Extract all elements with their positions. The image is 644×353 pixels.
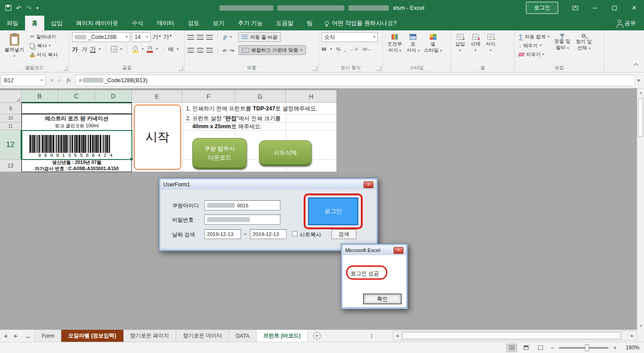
zoom-out-button[interactable]: −	[549, 344, 555, 351]
column-header-F[interactable]: F	[182, 90, 235, 103]
bold-button[interactable]: 가	[72, 46, 78, 52]
copy-button[interactable]: 복사▾	[29, 41, 59, 50]
tab-page-layout[interactable]: 페이지 레이아웃	[69, 16, 125, 30]
tab-formulas[interactable]: 수식	[125, 16, 150, 30]
format-painter-button[interactable]: 서식 복사	[29, 50, 59, 59]
sheet-tab-form[interactable]: Form	[35, 330, 61, 342]
shrink-font-button[interactable]: 가▼	[163, 34, 172, 40]
ribbon-display-options-button[interactable]	[565, 0, 585, 16]
format-cells-button[interactable]: ▪ 서식▾	[484, 32, 497, 52]
page-break-view-button[interactable]	[535, 344, 546, 352]
comma-style-icon[interactable]: ,	[344, 46, 346, 53]
cell-styles-button[interactable]: 셀스타일 ▾	[422, 32, 444, 54]
sheet-copy-checkbox[interactable]	[292, 231, 297, 236]
sort-filter-button[interactable]: 정렬 및필터 ▾	[552, 32, 572, 51]
increase-indent-icon[interactable]: ≡▸	[230, 48, 235, 53]
sheet-scroll-left-icon[interactable]: ◀	[0, 330, 11, 342]
paste-button[interactable]: 붙여넣기 ▾	[3, 32, 26, 58]
font-dialog-launcher[interactable]	[179, 67, 183, 71]
userform-login-button[interactable]: 로그인	[308, 198, 358, 225]
align-middle-icon[interactable]	[197, 35, 203, 40]
column-header-C[interactable]: C	[58, 90, 95, 103]
grow-font-button[interactable]: 가▲	[153, 34, 161, 40]
tab-view[interactable]: 보기	[206, 16, 231, 30]
formula-input[interactable]: = _Code128B(B13)	[75, 75, 633, 86]
conditional-formatting-button[interactable]: 조건부서식 ▾	[386, 32, 404, 54]
insert-function-icon[interactable]: fx	[67, 77, 71, 84]
column-header-G[interactable]: G	[235, 90, 286, 103]
find-select-button[interactable]: 찾기 및선택 ▾	[574, 32, 593, 51]
search-button[interactable]: 검색	[331, 229, 356, 239]
decrease-indent-icon[interactable]: ◂≡	[222, 48, 227, 53]
page-layout-view-button[interactable]	[521, 344, 531, 352]
tab-home[interactable]: 홈	[25, 16, 44, 30]
merge-center-button[interactable]: 병합하고 가운데 맞춤 ▾	[238, 45, 306, 55]
normal-view-button[interactable]	[506, 344, 517, 352]
accounting-format-icon[interactable]: ₩	[322, 46, 326, 52]
underline-button[interactable]: 가	[90, 46, 96, 53]
tab-file[interactable]: 파일	[0, 16, 25, 30]
hscroll-left-icon[interactable]: ◀	[393, 331, 401, 340]
underline-dropdown-icon[interactable]: ▾	[99, 47, 101, 51]
userform-close-button[interactable]: ×	[364, 181, 373, 188]
coupang-download-button[interactable]: 쿠팡 발주서 다운로드	[192, 138, 247, 169]
expand-formula-bar-icon[interactable]: ▾	[633, 77, 644, 84]
row-header-13[interactable]: 13	[0, 160, 21, 172]
name-box[interactable]: B12 ▾	[1, 75, 46, 86]
insert-cells-button[interactable]: + 삽입▾	[453, 32, 467, 52]
vertical-scrollbar[interactable]: ▲ ▼	[637, 88, 644, 330]
align-top-icon[interactable]	[187, 35, 194, 40]
column-header-D[interactable]: D	[95, 90, 132, 103]
fill-button[interactable]: ↓채우기▾	[517, 41, 551, 50]
format-as-table-button[interactable]: 표서식 ▾	[405, 32, 421, 54]
percent-style-icon[interactable]: %	[336, 46, 340, 52]
fill-color-button[interactable]	[132, 46, 139, 53]
row-header-11[interactable]: 11	[0, 122, 21, 130]
cut-button[interactable]: ✂잘라내기	[29, 32, 59, 41]
save-icon[interactable]	[5, 5, 11, 11]
date-to-input[interactable]: 2019-12-13	[250, 229, 287, 239]
vertical-scroll-thumb[interactable]	[638, 98, 643, 137]
number-format-combo[interactable]: 숫자▾	[322, 32, 378, 42]
coupang-id-input[interactable]: 0015	[204, 200, 280, 210]
align-bottom-icon[interactable]	[206, 35, 213, 40]
tab-team[interactable]: 팀	[300, 16, 319, 30]
row-header-10[interactable]: 10	[0, 114, 21, 122]
delete-sheet-button[interactable]: 시트삭제	[259, 140, 312, 166]
tab-review[interactable]: 검토	[181, 16, 206, 30]
sheet-scroll-right-icon[interactable]: ▶	[11, 330, 21, 342]
clipboard-dialog-launcher[interactable]	[64, 67, 68, 71]
alignment-dialog-launcher[interactable]	[313, 67, 317, 71]
delete-cells-button[interactable]: × 삭제▾	[469, 32, 482, 52]
tabbar-dots-icon[interactable]: ⋮	[366, 330, 377, 342]
zoom-in-button[interactable]: +	[612, 344, 618, 351]
align-left-icon[interactable]	[187, 48, 194, 53]
align-right-icon[interactable]	[206, 48, 213, 53]
date-from-input[interactable]: 2019-12-13	[204, 229, 241, 239]
collapse-ribbon-icon[interactable]	[633, 63, 638, 68]
sheet-tab-fragrant-page[interactable]: 향기로운 페이지	[123, 330, 176, 342]
font-size-combo[interactable]: 14▾	[132, 32, 151, 42]
titlebar-login-button[interactable]: 로그인	[526, 2, 558, 14]
number-dialog-launcher[interactable]	[377, 67, 381, 71]
start-button[interactable]: 시작	[134, 105, 181, 170]
confirm-entry-icon[interactable]: ✓	[58, 77, 62, 84]
phonetic-guide-button[interactable]: 배	[168, 46, 174, 52]
tab-addins[interactable]: 추가 기능	[231, 16, 270, 30]
password-input[interactable]	[204, 214, 280, 225]
zoom-slider-thumb[interactable]	[585, 345, 589, 351]
msgbox-close-button[interactable]: ×	[394, 247, 403, 254]
undo-icon[interactable]: ↶	[16, 4, 21, 12]
row-header-9[interactable]: 9	[0, 103, 21, 114]
qat-dropdown-icon[interactable]: ▾	[36, 6, 38, 10]
minimize-button[interactable]: ─	[585, 0, 605, 16]
hscroll-right-icon[interactable]: ▶	[628, 331, 636, 340]
sheet-tabs-more-button[interactable]: ...	[21, 330, 35, 342]
cancel-entry-icon[interactable]: ×	[50, 77, 53, 84]
selected-barcode-cell[interactable]: 8809135568424	[21, 130, 132, 160]
zoom-level[interactable]: 160%	[622, 345, 640, 351]
new-sheet-button[interactable]: +	[313, 332, 321, 340]
align-center-icon[interactable]	[197, 48, 203, 53]
zoom-slider[interactable]	[559, 347, 608, 349]
column-header-E[interactable]: E	[132, 90, 182, 103]
